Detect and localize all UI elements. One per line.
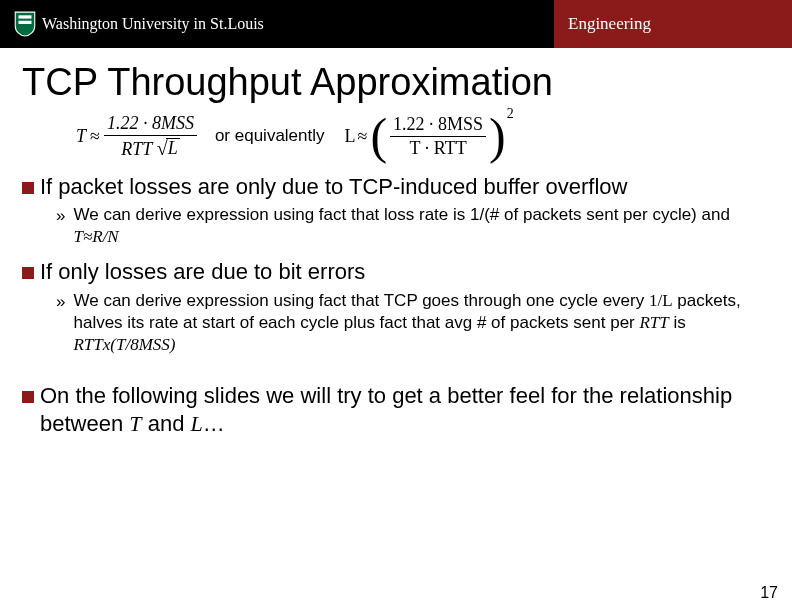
sub-bullet-chevron-icon: » xyxy=(56,205,65,227)
bullet-square-icon xyxy=(22,391,34,403)
sub-bullet-item: » We can derive expression using fact th… xyxy=(56,204,770,248)
approx-symbol: ≈ xyxy=(90,126,100,147)
slide-content: TCP Throughput Approximation T ≈ 1.22 · … xyxy=(0,48,792,437)
header-black-bar: Washington University in St.Louis xyxy=(0,0,554,48)
formula-left-denominator: RTT √ L xyxy=(104,136,197,159)
formula-left-var: T xyxy=(76,126,86,147)
formula-left-fraction: 1.22 · 8MSS RTT √ L xyxy=(104,114,197,159)
formula-row: T ≈ 1.22 · 8MSS RTT √ L or equivalently … xyxy=(22,114,770,159)
bullet-item: On the following slides we will try to g… xyxy=(22,382,770,437)
sub-bullet-text: We can derive expression using fact that… xyxy=(73,204,770,248)
squared-exponent: 2 xyxy=(507,106,514,122)
bullet-square-icon xyxy=(22,267,34,279)
formula-throughput: T ≈ 1.22 · 8MSS RTT √ L xyxy=(76,114,197,159)
equivalently-label: or equivalently xyxy=(215,126,325,146)
bullet-item: If packet losses are only due to TCP-ind… xyxy=(22,173,770,201)
formula-right-var: L xyxy=(345,126,356,147)
formula-lossrate: L ≈ ( 1.22 · 8MSS T · RTT ) 2 xyxy=(345,115,514,158)
bullet-text: On the following slides we will try to g… xyxy=(40,382,770,437)
formula-left-numerator: 1.22 · 8MSS xyxy=(104,114,197,136)
sub-bullet-text: We can derive expression using fact that… xyxy=(73,290,770,356)
right-paren-icon: ) xyxy=(489,116,506,156)
square-root-icon: √ L xyxy=(157,138,180,158)
bullet-text: If only losses are due to bit errors xyxy=(40,258,770,286)
approx-symbol-2: ≈ xyxy=(358,126,368,147)
university-logo: Washington University in St.Louis xyxy=(14,11,264,37)
bullet-text: If packet losses are only due to TCP-ind… xyxy=(40,173,770,201)
bullet-list: If packet losses are only due to TCP-ind… xyxy=(22,173,770,437)
page-number: 17 xyxy=(760,584,778,602)
sub-bullet-item: » We can derive expression using fact th… xyxy=(56,290,770,356)
washu-shield-icon xyxy=(14,11,36,37)
svg-rect-0 xyxy=(19,15,32,18)
university-name: Washington University in St.Louis xyxy=(42,15,264,33)
bullet-item: If only losses are due to bit errors xyxy=(22,258,770,286)
formula-right-fraction: 1.22 · 8MSS T · RTT xyxy=(390,115,486,158)
slide-header: Washington University in St.Louis Engine… xyxy=(0,0,792,48)
formula-right-numerator: 1.22 · 8MSS xyxy=(390,115,486,137)
engineering-label: Engineering xyxy=(568,14,651,34)
bullet-square-icon xyxy=(22,182,34,194)
header-red-bar: Engineering xyxy=(554,0,792,48)
formula-right-denominator: T · RTT xyxy=(390,137,486,158)
sub-bullet-chevron-icon: » xyxy=(56,291,65,313)
slide-title: TCP Throughput Approximation xyxy=(22,62,770,104)
svg-rect-1 xyxy=(19,21,32,24)
left-paren-icon: ( xyxy=(370,116,387,156)
